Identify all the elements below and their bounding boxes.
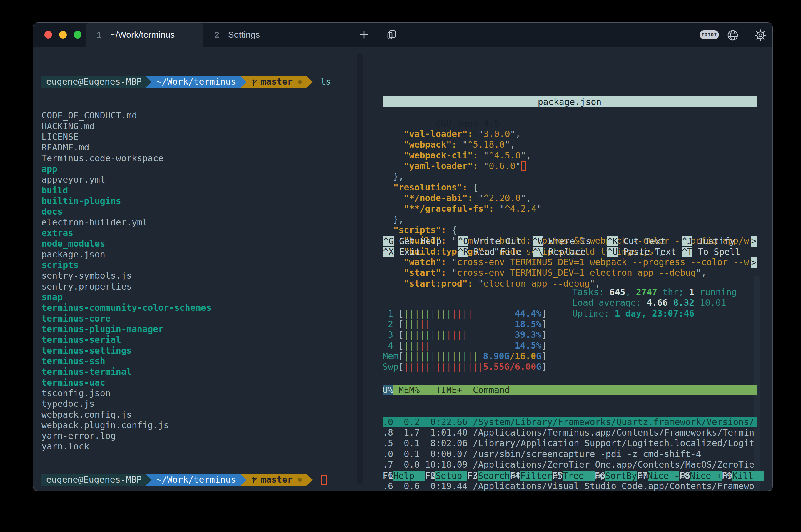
fkey-number: F8 [679,471,690,481]
nano-shortcut: ^W Where Is [533,236,607,247]
nano-line: "val-loader": "3.0.0", [383,129,757,139]
git-branch-icon [252,78,258,87]
left-pane-scrollbar[interactable] [357,53,362,484]
meter-bar: |||||||||||||44.4% [404,308,541,319]
process-row: .7 0.0 10:18.09 /Applications/ZeroTier O… [383,459,757,470]
dir-item: builtin-plugins [41,196,356,206]
gear-icon [754,29,767,42]
git-branch-name: master [261,76,293,87]
serial-keyboard-icon[interactable]: IOIOI [700,30,719,39]
tab-label: ~/Work/terminus [111,30,175,40]
shell-prompt: eugene@Eugenes-MBP ~/Work/terminus maste… [41,76,356,88]
zoom-button[interactable] [74,31,81,38]
meter-bar: ||||||||||||39.3% [404,329,541,340]
nano-cursor [521,162,526,171]
file-item: webpack.config.js [41,410,356,420]
process-row: .8 1.7 1:01.40 /Applications/Terminus.ap… [383,428,757,438]
fkey-number: F3 [467,471,478,481]
prompt-git-segment: master [240,474,313,486]
nano-line: "resolutions": { [383,182,757,193]
dir-item: terminus-terminal [41,366,356,377]
dir-item: terminus-settings [41,345,356,356]
dir-item: build [41,185,356,196]
meter-label: Mem [383,351,398,362]
htop-meter: 2 [|||||18.5%] [383,319,757,329]
nano-shortcut: ^O Write Out [458,236,533,247]
new-tab-button[interactable] [357,28,371,41]
meter-label: 3 [383,329,398,340]
git-dirty-dot [298,80,302,84]
meter-bar: |||||14.5% [404,340,541,351]
nano-editor: "val-loader": "3.0.0", "webpack": "^5.18… [383,129,757,289]
prompt-user-segment: eugene@Eugenes-MBP [41,76,152,88]
file-item: yarn.lock [41,441,356,452]
fkey-label: Search [478,471,509,481]
dir-item: snap [41,292,356,302]
fkey-number: F6 [595,471,605,481]
prompt-user-segment: eugene@Eugenes-MBP [41,474,152,486]
meter-label: 2 [383,319,398,329]
meter-bar: |||||18.5% [404,319,541,329]
dir-item: terminus-community-color-schemes [41,302,356,313]
terminal-pane-right: package.json GNU nano 4.5 "val-loader": … [383,54,757,483]
htop-meter: 4 [|||||14.5%] [383,340,757,351]
htop-panel: 1 [|||||||||||||44.4%] 2 [|||||18.5%] 3 … [383,287,757,425]
shortcut-label: Write Out [468,236,522,246]
file-item: appveyor.yml [41,174,356,185]
shell-prompt: eugene@Eugenes-MBP ~/Work/terminus maste… [41,474,356,486]
nano-shortcut: ^K Cut Text [607,236,682,247]
htop-meter: 3 [||||||||||||39.3%] [383,329,757,340]
nano-shortcut: ^\ Replace [533,247,607,257]
shortcut-key: ^X [383,247,394,257]
meter-value: 44.4% [515,308,541,319]
dir-item: terminus-plugin-manager [41,324,356,335]
meter-value: 14.5% [515,340,541,351]
terminal-cursor [321,475,327,485]
file-item: HACKING.md [41,121,356,132]
nano-shortcut: ^T To Spell [682,247,757,257]
settings-button[interactable] [754,28,767,42]
shortcut-key: ^K [607,236,618,246]
file-item: sentry-symbols.js [41,270,356,281]
nano-line: "webpack-cli": "^4.5.0", [383,150,757,161]
shortcut-label: Paste Text [618,247,676,257]
process-row-selected: .0 0.2 0:22.66 /System/Library/Framework… [383,417,757,428]
process-table-header[interactable]: U% MEM% TIME+ Command [383,385,757,395]
file-item: sentry.properties [41,281,356,292]
nano-line: }, [383,171,757,182]
tab-stack-icon [386,29,397,41]
shortcut-label: To Spell [692,247,741,257]
sort-column-header[interactable]: U% [383,385,393,395]
meter-value: 39.3% [515,329,541,340]
nano-line: "*/node-abi": "^2.20.0", [383,193,757,203]
meter-value: 8.90G/16.0G [483,351,541,362]
htop-info-line: Uptime: 1 day, 23:07:46 [572,308,737,319]
dir-item: terminus-uac [41,377,356,388]
shortcut-key: ^W [533,236,543,246]
globe-button[interactable] [726,28,740,42]
file-item: CODE_OF_CONDUCT.md [41,110,356,121]
terminus-window: 1 ~/Work/terminus 2 Settings IOIO [33,22,773,491]
line-truncation-marker: > [751,257,757,268]
shortcut-key: ^G [383,236,394,246]
process-row: .0 0.1 0:00.07 /usr/sbin/screencapture -… [383,449,757,459]
nano-line: "start": "cross-env TERMINUS_DEV=1 elect… [383,267,757,278]
dir-item: scripts [41,260,356,270]
shortcut-key: ^O [458,236,468,246]
tab-index: 2 [215,30,219,40]
htop-meter: Mem[||||||||||||||8.90G/16.0G] [383,351,757,362]
nano-line: }, [383,214,757,225]
titlebar: 1 ~/Work/terminus 2 Settings IOIO [33,23,772,47]
nano-shortcut: ^G Get Help [383,236,458,247]
shortcut-key: ^T [682,247,692,257]
tab-list-button[interactable] [385,28,398,41]
fkey-number: F4 [509,471,520,481]
close-button[interactable] [44,31,52,38]
prompt-cwd-segment: ~/Work/terminus [145,76,247,88]
git-dirty-dot [298,478,302,482]
tab-terminal[interactable]: 1 ~/Work/terminus [86,23,203,47]
minimize-button[interactable] [59,31,67,38]
tab-settings[interactable]: 2 Settings [203,23,321,47]
file-item: Terminus.code-workspace [41,153,356,164]
nano-line: "yaml-loader": "0.6.0" [383,161,757,171]
